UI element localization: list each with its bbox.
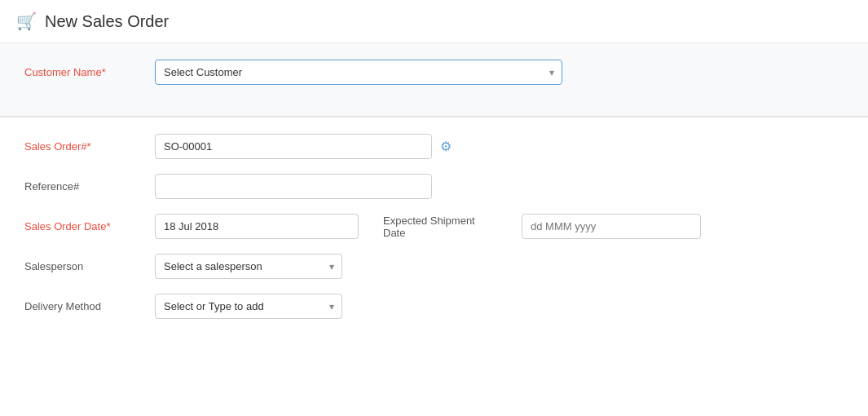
page-title: 🛒 New Sales Order — [16, 11, 169, 31]
sales-order-label: Sales Order#* — [24, 140, 155, 153]
cart-icon: 🛒 — [16, 11, 37, 31]
gear-icon: ⚙ — [440, 139, 452, 153]
shipment-label-line1: Expected Shipment — [383, 215, 513, 227]
expected-shipment-input[interactable] — [522, 214, 701, 239]
date-row: Sales Order Date* Expected Shipment Date — [24, 214, 844, 239]
salesperson-label: Salesperson — [24, 260, 155, 272]
sales-order-input[interactable] — [155, 134, 432, 159]
customer-section: Customer Name* Select Customer ▾ — [0, 43, 868, 117]
delivery-method-select[interactable]: Select or Type to add — [155, 294, 342, 319]
shipment-label-line2: Date — [383, 227, 513, 239]
delivery-select-wrapper: Select or Type to add ▾ — [155, 294, 342, 319]
customer-select[interactable]: Select Customer — [155, 60, 562, 85]
reference-input[interactable] — [155, 174, 432, 199]
sales-order-row: Sales Order#* ⚙ — [24, 134, 844, 159]
salesperson-row: Salesperson Select a salesperson ▾ — [24, 254, 844, 279]
title-text: New Sales Order — [45, 12, 169, 31]
salesperson-select[interactable]: Select a salesperson — [155, 254, 342, 279]
sales-order-date-input[interactable] — [155, 214, 359, 239]
reference-label: Reference# — [24, 180, 155, 193]
page-header: 🛒 New Sales Order — [0, 0, 868, 43]
expected-shipment-label: Expected Shipment Date — [383, 215, 513, 239]
reference-row: Reference# — [24, 174, 844, 199]
gear-button[interactable]: ⚙ — [440, 139, 452, 154]
customer-name-row: Customer Name* Select Customer ▾ — [24, 60, 844, 85]
delivery-method-row: Delivery Method Select or Type to add ▾ — [24, 294, 844, 319]
main-form-section: Sales Order#* ⚙ Reference# Sales Order D… — [0, 117, 868, 350]
customer-select-wrapper: Select Customer ▾ — [155, 60, 562, 85]
delivery-method-label: Delivery Method — [24, 300, 155, 312]
sales-order-date-label: Sales Order Date* — [24, 220, 155, 232]
salesperson-select-wrapper: Select a salesperson ▾ — [155, 254, 342, 279]
customer-name-label: Customer Name* — [24, 66, 155, 78]
